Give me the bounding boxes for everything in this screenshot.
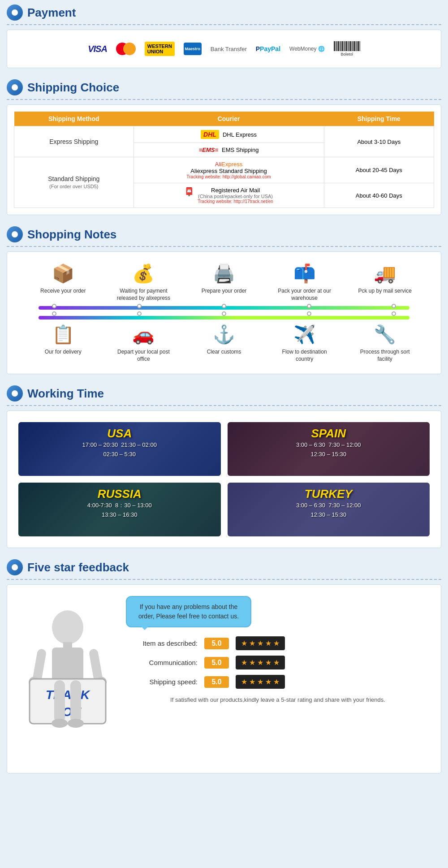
- working-time-grid: USA 17:00 – 20:30 21:30 – 02:00 02:30 – …: [14, 418, 434, 541]
- svg-rect-11: [70, 680, 81, 723]
- payment-section: Payment VISA WESTERNUNION Maestro Bank T…: [0, 0, 448, 75]
- dot-9: [307, 311, 311, 316]
- rating-communication-label: Communication:: [126, 659, 198, 666]
- step-payment-release: 💰 Waiting for payment released by alixep…: [114, 263, 172, 302]
- star-5: ★: [273, 639, 280, 648]
- shipping-divider: [7, 99, 441, 100]
- dot-3: [222, 304, 226, 308]
- receive-order-label: Receive your order: [40, 288, 86, 295]
- airmail-name: Registered Air Mail: [198, 187, 273, 194]
- ali-time-cell: About 20-45 Days: [324, 157, 434, 183]
- russia-card: RUSSIA 4:00-7:30 8：30 – 13:00 13:30 – 16…: [18, 483, 221, 536]
- payment-release-label: Waiting for payment released by alixepre…: [114, 288, 172, 302]
- turkey-card: TURKEY 3:00 – 6:30 7:30 – 12:00 12:30 – …: [228, 483, 430, 536]
- rating-shipping-stars: ★ ★ ★ ★ ★: [236, 675, 285, 689]
- star-3: ★: [257, 639, 263, 648]
- feedback-header: Five star feedback: [7, 559, 441, 575]
- spain-name: SPAIN: [232, 427, 426, 440]
- progress-dots-2: [25, 311, 423, 316]
- dhl-courier-cell: DHL DHL Express: [134, 126, 324, 143]
- webmoney-logo: WebMoney 🌐: [289, 46, 325, 52]
- rating-communication-stars: ★ ★ ★ ★ ★: [236, 656, 285, 669]
- ems-courier-cell: =EMS= EMS Shipping: [134, 143, 324, 157]
- depart-post-icon: 🚗: [132, 324, 155, 345]
- ali-courier-cell: AliExpress Aliexpress Standard Shipping …: [134, 157, 324, 183]
- steps-row-1: 📦 Receive your order 💰 Waiting for payme…: [14, 259, 434, 306]
- feedback-footer-text: If satisfied with our products,kindly le…: [126, 695, 430, 705]
- feedback-title: Five star feedback: [27, 561, 129, 574]
- rating-row-shipping: Shipping speed: 5.0 ★ ★ ★ ★ ★: [126, 675, 430, 689]
- western-union-logo: WESTERNUNION: [145, 42, 175, 56]
- maestro-logo: Maestro: [184, 43, 202, 55]
- delivery-label: Our for delivery: [45, 349, 82, 356]
- visa-logo: VISA: [88, 44, 107, 54]
- star-1: ★: [241, 639, 247, 648]
- shopping-notes-divider: [7, 246, 441, 247]
- barcode-lines: [334, 41, 360, 51]
- progress-bar-2-container: [25, 311, 423, 320]
- pickup-icon: 🚚: [374, 263, 396, 284]
- airmail-tracking: Tracking website: http://17track.net/en: [198, 199, 273, 204]
- ems-logo: =EMS=: [199, 147, 218, 153]
- progress-dots-1: [25, 304, 423, 308]
- star-11: ★: [241, 678, 247, 686]
- feedback-divider: [7, 579, 441, 580]
- mastercard-logo: [116, 43, 136, 55]
- rating-row-communication: Communication: 5.0 ★ ★ ★ ★ ★: [126, 656, 430, 669]
- working-time-content: USA 17:00 – 20:30 21:30 – 02:00 02:30 – …: [7, 410, 441, 548]
- shipping-table: Shipping Method Courier Shipping Time Ex…: [14, 112, 434, 208]
- star-12: ★: [249, 678, 255, 686]
- airmail-time-cell: About 40-60 Days: [324, 183, 434, 208]
- step-destination: ✈️ Flow to destination country: [276, 324, 334, 363]
- spain-times: 3:00 – 6:30 7:30 – 12:00 12:30 – 15:30: [232, 440, 426, 459]
- svg-point-0: [52, 610, 83, 644]
- ems-shipping-label: EMS Shipping: [222, 147, 258, 153]
- shipping-time-header: Shipping Time: [324, 112, 434, 126]
- shopping-notes-title: Shopping Notes: [27, 228, 116, 242]
- ali-logo: AliExpress: [139, 161, 319, 168]
- bank-transfer-logo: Bank Transfer: [211, 46, 247, 52]
- turkey-name: TURKEY: [232, 487, 426, 501]
- standard-ali-row: Standard Shipping (For order over USD5) …: [14, 157, 434, 183]
- rating-communication-score: 5.0: [204, 657, 229, 669]
- working-time-header: Working Time: [7, 385, 441, 402]
- shipping-table-header-row: Shipping Method Courier Shipping Time: [14, 112, 434, 126]
- dot-2: [137, 304, 142, 308]
- pack-order-icon: 📫: [293, 263, 316, 284]
- step-customs: ⚓ Clear customs: [195, 324, 253, 356]
- boletol-barcode: Boletol: [334, 41, 360, 56]
- svg-text:THANK: THANK: [46, 688, 90, 702]
- feedback-icon: [7, 559, 23, 575]
- russia-times: 4:00-7:30 8：30 – 13:00 13:30 – 16:30: [23, 501, 216, 520]
- payment-header: Payment: [7, 4, 441, 21]
- usa-name: USA: [23, 427, 216, 440]
- customs-icon: ⚓: [213, 324, 235, 345]
- delivery-icon: 📋: [52, 324, 74, 345]
- steps-row-2: 📋 Our for delivery 🚗 Depart your local p…: [14, 320, 434, 367]
- shipping-title: Shipping Choice: [27, 81, 119, 95]
- airmail-courier-cell: 📮 Registered Air Mail (China post/epacke…: [134, 183, 324, 208]
- svg-rect-2: [52, 648, 83, 681]
- airmail-detail: (China post/epacket-only for USA): [198, 194, 273, 199]
- shopping-notes-header: Shopping Notes: [7, 226, 441, 242]
- working-time-title: Working Time: [27, 387, 104, 401]
- russia-name: RUSSIA: [23, 487, 216, 501]
- shipping-header: Shipping Choice: [7, 79, 441, 95]
- person-figure: THANK YOU: [18, 605, 117, 762]
- shipping-section: Shipping Choice Shipping Method Courier …: [0, 75, 448, 222]
- payment-title: Payment: [27, 6, 76, 20]
- working-time-section: Working Time USA 17:00 – 20:30 21:30 – 0…: [0, 381, 448, 555]
- svg-point-13: [68, 719, 84, 728]
- step-prepare-order: 🖨️ Prepare your order: [195, 263, 253, 295]
- feedback-right-panel: If you have any problems about the order…: [126, 596, 430, 705]
- destination-label: Flow to destination country: [276, 349, 334, 363]
- turkey-times: 3:00 – 6:30 7:30 – 12:00 12:30 – 15:30: [232, 501, 426, 520]
- standard-note: (For order over USD5): [49, 184, 98, 189]
- airmail-icon: 📮: [184, 187, 194, 197]
- prepare-order-label: Prepare your order: [202, 288, 247, 295]
- prepare-order-icon: 🖨️: [213, 263, 235, 284]
- receive-order-icon: 📦: [52, 263, 74, 284]
- star-8: ★: [257, 658, 263, 667]
- dot-6: [52, 311, 56, 316]
- paypal-logo: PPayPal: [256, 45, 280, 52]
